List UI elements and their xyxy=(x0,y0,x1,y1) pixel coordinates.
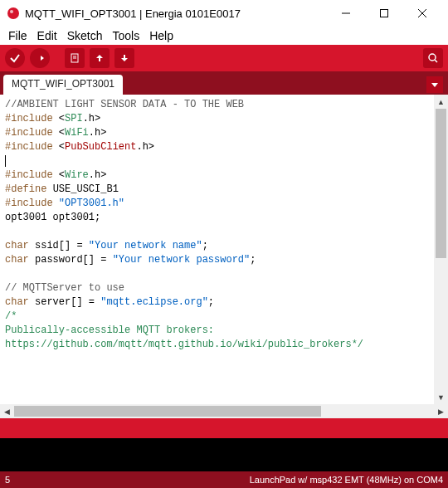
horizontal-scrollbar[interactable]: ◀ ▶ xyxy=(0,404,448,418)
code-token: < xyxy=(59,141,65,153)
vertical-scrollbar[interactable]: ▲ ▼ xyxy=(434,95,448,404)
code-token: WiFi xyxy=(65,127,89,139)
code-line: // MQTTServer to use xyxy=(5,282,124,294)
upload-button[interactable] xyxy=(30,48,50,68)
code-token: PubSubClient xyxy=(65,141,136,153)
scroll-down-arrow[interactable]: ▼ xyxy=(434,390,448,404)
code-token: opt3001 xyxy=(5,212,46,223)
svg-point-0 xyxy=(7,7,19,19)
menu-sketch[interactable]: Sketch xyxy=(62,29,108,42)
new-button[interactable] xyxy=(65,48,85,68)
code-token: ssid[] = xyxy=(29,240,89,251)
code-token: < xyxy=(59,127,65,139)
code-token: < xyxy=(59,113,65,124)
code-token: #include xyxy=(5,169,53,181)
menubar: File Edit Sketch Tools Help xyxy=(0,27,448,45)
code-token: char xyxy=(5,254,29,266)
status-bar: 5 LaunchPad w/ msp432 EMT (48MHz) on COM… xyxy=(0,471,448,488)
code-token: .h> xyxy=(136,141,154,153)
code-token: "mqtt.eclipse.org" xyxy=(100,296,208,308)
code-token: ; xyxy=(202,240,208,251)
scrollbar-thumb-v[interactable] xyxy=(436,109,446,258)
code-token: "Your network name" xyxy=(89,240,202,251)
tab-active[interactable]: MQTT_WIFI_OPT3001 xyxy=(3,75,123,95)
svg-point-9 xyxy=(429,54,436,61)
window-title: MQTT_WIFI_OPT3001 | Energia 0101E0017 xyxy=(25,7,327,20)
console-output[interactable] xyxy=(0,438,448,471)
menu-help[interactable]: Help xyxy=(144,29,178,42)
save-button[interactable] xyxy=(114,48,134,68)
code-token: Wire xyxy=(65,169,89,181)
code-token: #define xyxy=(5,183,46,195)
code-token: .h> xyxy=(89,127,107,139)
code-token: char xyxy=(5,240,29,251)
code-token: USE_USCI_B1 xyxy=(53,183,119,195)
open-button[interactable] xyxy=(90,48,110,68)
window-titlebar: MQTT_WIFI_OPT3001 | Energia 0101E0017 xyxy=(0,0,448,27)
serial-monitor-button[interactable] xyxy=(423,48,443,68)
code-token: #include xyxy=(5,198,53,209)
editor-area: //AMBIENT LIGHT SENSOR DATA - TO THE WEB… xyxy=(0,95,448,418)
maximize-button[interactable] xyxy=(365,0,403,27)
code-token: < xyxy=(59,169,65,181)
tab-dropdown-button[interactable] xyxy=(426,76,443,93)
code-token: .h> xyxy=(83,113,101,124)
code-line: Publically-accessible MQTT brokers: xyxy=(5,325,214,336)
svg-line-10 xyxy=(435,60,437,62)
status-line-number: 5 xyxy=(5,475,10,485)
scrollbar-thumb-h[interactable] xyxy=(14,406,321,417)
svg-rect-3 xyxy=(381,10,388,17)
code-line: //AMBIENT LIGHT SENSOR DATA - TO THE WEB xyxy=(5,99,244,110)
scroll-right-arrow[interactable]: ▶ xyxy=(434,404,448,418)
code-token: SPI xyxy=(65,113,83,124)
code-token: password[] = xyxy=(29,254,113,266)
code-token: "Your network password" xyxy=(113,254,251,266)
code-token: char xyxy=(5,296,29,308)
code-token: #include xyxy=(5,141,53,153)
menu-tools[interactable]: Tools xyxy=(108,29,145,42)
scroll-up-arrow[interactable]: ▲ xyxy=(434,95,448,109)
menu-edit[interactable]: Edit xyxy=(32,29,62,42)
code-token: opt3001; xyxy=(46,212,100,223)
code-token: #include xyxy=(5,113,53,124)
text-caret xyxy=(5,155,6,167)
app-icon xyxy=(7,7,20,20)
message-strip xyxy=(0,418,448,438)
code-token: .h> xyxy=(89,169,107,181)
code-token: "OPT3001.h" xyxy=(59,198,124,209)
code-token: #include xyxy=(5,127,53,139)
scroll-left-arrow[interactable]: ◀ xyxy=(0,404,14,418)
code-token: server[] = xyxy=(29,296,100,308)
code-line: https://github.com/mqtt/mqtt.github.io/w… xyxy=(5,339,363,350)
menu-file[interactable]: File xyxy=(3,29,32,42)
close-button[interactable] xyxy=(403,0,441,27)
status-board: LaunchPad w/ msp432 EMT (48MHz) on COM4 xyxy=(250,475,443,485)
code-token: ; xyxy=(208,296,214,308)
code-token: ; xyxy=(250,254,256,266)
code-editor[interactable]: //AMBIENT LIGHT SENSOR DATA - TO THE WEB… xyxy=(0,95,434,404)
verify-button[interactable] xyxy=(5,48,25,68)
svg-point-1 xyxy=(10,10,13,13)
minimize-button[interactable] xyxy=(327,0,365,27)
code-line: /* xyxy=(5,310,17,322)
toolbar xyxy=(0,45,448,71)
tab-bar: MQTT_WIFI_OPT3001 xyxy=(0,71,448,95)
